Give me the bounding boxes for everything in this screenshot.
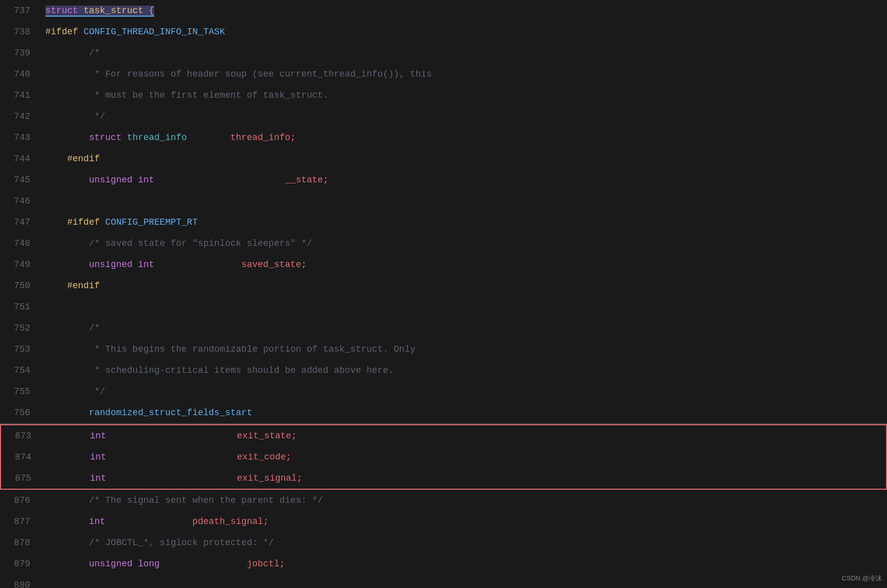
line-number: 745 bbox=[0, 175, 40, 185]
line-number: 756 bbox=[0, 408, 40, 418]
code-line: 750 #endif bbox=[0, 275, 887, 296]
line-number: 755 bbox=[0, 386, 40, 397]
line-number: 877 bbox=[0, 516, 40, 527]
line-number: 880 bbox=[0, 580, 40, 588]
line-content: unsigned int __state; bbox=[40, 175, 887, 185]
line-number: 879 bbox=[0, 559, 40, 569]
line-content: /* bbox=[40, 48, 887, 58]
line-content: struct task_struct { bbox=[40, 6, 887, 16]
line-content: /* JOBCTL_*, siglock protected: */ bbox=[40, 538, 887, 548]
line-content: /* The signal sent when the parent dies:… bbox=[40, 495, 887, 505]
highlighted-region: 873 int exit_state;874 int exit_code;875… bbox=[0, 424, 887, 490]
section-top: 737struct task_struct {738#ifdef CONFIG_… bbox=[0, 0, 887, 423]
line-content: * scheduling-critical items should be ad… bbox=[40, 365, 887, 375]
line-number: 744 bbox=[0, 154, 40, 164]
code-line: 737struct task_struct { bbox=[0, 0, 887, 21]
code-line: 874 int exit_code; bbox=[1, 446, 886, 468]
code-line: 738#ifdef CONFIG_THREAD_INFO_IN_TASK bbox=[0, 21, 887, 42]
line-number: 737 bbox=[0, 6, 40, 16]
code-line: 753 * This begins the randomizable porti… bbox=[0, 339, 887, 360]
line-number: 878 bbox=[0, 538, 40, 548]
line-number: 876 bbox=[0, 495, 40, 505]
line-content: struct thread_info thread_info; bbox=[40, 133, 887, 143]
line-number: 747 bbox=[0, 217, 40, 227]
line-number: 748 bbox=[0, 238, 40, 248]
line-number: 740 bbox=[0, 69, 40, 79]
line-content: randomized_struct_fields_start bbox=[40, 408, 887, 418]
line-content: unsigned int saved_state; bbox=[40, 259, 887, 270]
code-line: 747 #ifdef CONFIG_PREEMPT_RT bbox=[0, 212, 887, 233]
code-line: 879 unsigned long jobctl; bbox=[0, 553, 887, 574]
code-line: 745 unsigned int __state; bbox=[0, 169, 887, 190]
line-number: 874 bbox=[1, 452, 41, 462]
code-line: 744 #endif bbox=[0, 148, 887, 169]
line-content: #endif bbox=[40, 154, 887, 164]
line-content: * For reasons of header soup (see curren… bbox=[40, 69, 887, 79]
code-line: 742 */ bbox=[0, 106, 887, 127]
line-number: 743 bbox=[0, 133, 40, 143]
code-line: 754 * scheduling-critical items should b… bbox=[0, 360, 887, 381]
line-number: 742 bbox=[0, 111, 40, 121]
code-line: 746 bbox=[0, 190, 887, 212]
line-number: 754 bbox=[0, 365, 40, 375]
line-number: 873 bbox=[1, 431, 41, 441]
line-content: */ bbox=[40, 111, 887, 121]
line-content: unsigned long jobctl; bbox=[40, 559, 887, 569]
code-container: 737struct task_struct {738#ifdef CONFIG_… bbox=[0, 0, 887, 588]
line-number: 738 bbox=[0, 27, 40, 37]
line-number: 741 bbox=[0, 90, 40, 100]
code-line: 876 /* The signal sent when the parent d… bbox=[0, 490, 887, 511]
line-number: 749 bbox=[0, 259, 40, 270]
line-content: int exit_state; bbox=[41, 431, 886, 441]
code-line: 875 int exit_signal; bbox=[1, 468, 886, 489]
code-line: 877 int pdeath_signal; bbox=[0, 511, 887, 532]
code-line: 752 /* bbox=[0, 317, 887, 339]
line-content: int exit_code; bbox=[41, 452, 886, 462]
line-content: int exit_signal; bbox=[41, 473, 886, 483]
line-number: 750 bbox=[0, 281, 40, 291]
code-line: 749 unsigned int saved_state; bbox=[0, 254, 887, 275]
line-number: 875 bbox=[1, 473, 41, 483]
line-content: #ifdef CONFIG_THREAD_INFO_IN_TASK bbox=[40, 27, 887, 37]
line-content: int pdeath_signal; bbox=[40, 516, 887, 527]
code-line: 880 bbox=[0, 574, 887, 588]
code-line: 751 bbox=[0, 296, 887, 317]
code-line: 741 * must be the first element of task_… bbox=[0, 85, 887, 106]
line-number: 746 bbox=[0, 196, 40, 206]
line-content: * This begins the randomizable portion o… bbox=[40, 344, 887, 354]
code-line: 748 /* saved state for "spinlock sleeper… bbox=[0, 233, 887, 254]
code-line: 878 /* JOBCTL_*, siglock protected: */ bbox=[0, 532, 887, 553]
line-number: 752 bbox=[0, 323, 40, 333]
line-content: #ifdef CONFIG_PREEMPT_RT bbox=[40, 217, 887, 227]
line-content: */ bbox=[40, 386, 887, 397]
code-line: 739 /* bbox=[0, 42, 887, 63]
code-line: 873 int exit_state; bbox=[1, 425, 886, 446]
code-line: 756 randomized_struct_fields_start bbox=[0, 402, 887, 423]
code-line: 740 * For reasons of header soup (see cu… bbox=[0, 63, 887, 85]
section-bottom: 873 int exit_state;874 int exit_code;875… bbox=[0, 423, 887, 588]
line-number: 751 bbox=[0, 302, 40, 312]
code-line: 743 struct thread_info thread_info; bbox=[0, 127, 887, 148]
line-content: /* saved state for "spinlock sleepers" *… bbox=[40, 238, 887, 248]
line-content: /* bbox=[40, 323, 887, 333]
line-number: 739 bbox=[0, 48, 40, 58]
code-line: 755 */ bbox=[0, 381, 887, 402]
line-content: #endif bbox=[40, 281, 887, 291]
line-content: * must be the first element of task_stru… bbox=[40, 90, 887, 100]
watermark: CSDN @冷沫 bbox=[842, 574, 882, 583]
line-number: 753 bbox=[0, 344, 40, 354]
